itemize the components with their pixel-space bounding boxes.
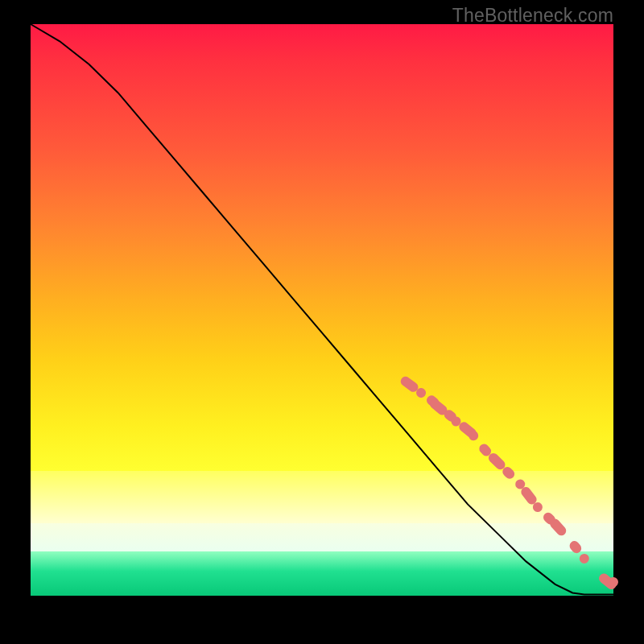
watermark-text: TheBottleneck.com <box>452 5 613 27</box>
bottom-mask <box>31 596 613 613</box>
gradient-band-white <box>31 523 613 551</box>
gradient-band-green <box>31 551 613 596</box>
gradient-band-lightyellow <box>31 471 613 523</box>
gradient-band-main <box>31 24 613 471</box>
